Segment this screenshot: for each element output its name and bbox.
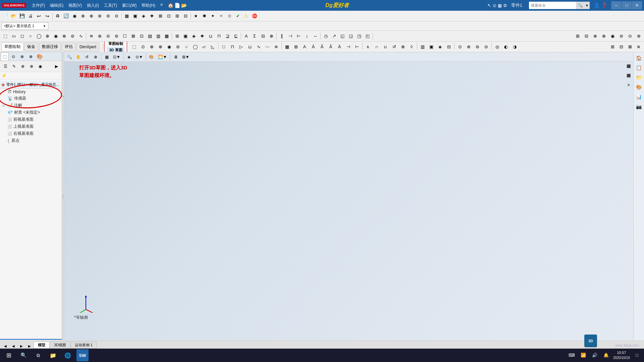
tb1-opt11[interactable]: ⊠: [156, 12, 164, 20]
tb2-view1[interactable]: ⊞: [574, 32, 582, 41]
menu-tools[interactable]: 工具(T): [102, 2, 119, 9]
rs-chart[interactable]: 📊: [635, 93, 643, 101]
sk-tb-28[interactable]: ∩: [373, 43, 381, 51]
tree-item-top-plane[interactable]: ⬜ 上视基准面: [0, 123, 62, 130]
sidebar-icon-3[interactable]: ⊕: [19, 62, 27, 71]
menu-view[interactable]: 视图(V): [66, 2, 84, 9]
tb2-b1[interactable]: ⬚: [1, 32, 9, 41]
tab-motion1[interactable]: 运动算例 1: [70, 342, 97, 349]
vp-tb-12[interactable]: ⊞▼: [180, 53, 191, 61]
mode-icon1[interactable]: ⊙: [493, 3, 496, 8]
sk-tb-25[interactable]: ⊣: [344, 43, 352, 51]
tb2-b25[interactable]: ⊔: [207, 32, 215, 41]
tb2-b22[interactable]: ▣: [181, 32, 190, 41]
sidebar-tab-appearance[interactable]: 🎨: [36, 52, 44, 61]
taskbar-sw-app[interactable]: SW: [76, 349, 89, 361]
tb2-b4[interactable]: ○: [26, 32, 35, 41]
tb2-right8[interactable]: ◱: [338, 32, 346, 41]
network-icon[interactable]: 📶: [579, 351, 588, 360]
tb2-b16[interactable]: ⊠: [129, 32, 137, 41]
vp-tb-2[interactable]: ✋: [74, 53, 82, 61]
tb2-b23[interactable]: ◈: [190, 32, 198, 41]
menu-edit[interactable]: 编辑(E): [48, 2, 66, 9]
search-input[interactable]: [529, 2, 576, 9]
sk-tb-30[interactable]: ↺: [390, 43, 398, 51]
vp-tb-3[interactable]: ↺: [83, 53, 91, 61]
tb1-open[interactable]: 📂: [10, 12, 18, 20]
account-icon[interactable]: 👤: [594, 2, 600, 8]
rs-parts[interactable]: 📋: [635, 63, 643, 72]
sk-tb-15[interactable]: ∿: [255, 43, 263, 51]
tb2-right4[interactable]: ↕: [303, 32, 311, 41]
sk-tb-14[interactable]: ⊔: [246, 43, 254, 51]
sk-tb-37[interactable]: ⊙: [456, 43, 464, 51]
sketch-2d-button[interactable]: 草图绘制: [107, 42, 125, 47]
tb2-b29[interactable]: ⊟: [259, 32, 267, 41]
tb1-rebuild[interactable]: ♻: [54, 12, 62, 20]
menu-help[interactable]: 帮助(H): [139, 2, 158, 9]
mode-icon2[interactable]: ▦: [498, 3, 502, 8]
sidebar-icon-6[interactable]: ▶: [52, 62, 60, 71]
sound-icon[interactable]: 🔊: [590, 351, 599, 360]
toolbar-new-icon[interactable]: 📄: [174, 3, 180, 8]
tb2-view5[interactable]: ◉: [608, 32, 616, 41]
vp-split-1[interactable]: ⬛: [625, 62, 633, 70]
tab-dimxpert[interactable]: DimXpert: [76, 43, 99, 51]
show-desktop-icon[interactable]: □: [633, 351, 641, 360]
tb2-b7[interactable]: ◉: [52, 32, 60, 41]
tb1-opt17[interactable]: ✦: [209, 12, 217, 20]
tb2-b26[interactable]: ⊓: [215, 32, 223, 41]
sk-tb-7[interactable]: ○: [182, 43, 191, 51]
tb1-new[interactable]: 📄: [1, 12, 9, 20]
taskbar-browser[interactable]: 🌐: [62, 349, 74, 361]
tb2-b3[interactable]: ◻: [18, 32, 26, 41]
vp-tb-9[interactable]: 🎨: [148, 53, 156, 61]
tb2-b2[interactable]: ▭: [10, 32, 18, 41]
sk-tb-34[interactable]: ▣: [427, 43, 435, 51]
tb2-b24[interactable]: ❖: [198, 32, 206, 41]
tb2-right2[interactable]: ⊣: [286, 32, 294, 41]
sidebar-icon-5[interactable]: ◉: [36, 62, 44, 71]
view-orient2[interactable]: ⊟: [617, 43, 625, 51]
menu-window[interactable]: 窗口(W): [120, 2, 139, 9]
tb2-view7[interactable]: ⊙: [626, 32, 634, 41]
tb2-text[interactable]: A: [242, 32, 250, 41]
tb2-b8[interactable]: ⊗: [60, 32, 68, 41]
sk-tb-12[interactable]: ⊓: [228, 43, 236, 51]
toolbar-open-icon[interactable]: 📂: [181, 3, 187, 8]
tb2-b28[interactable]: ⊑: [232, 32, 240, 41]
vp-tb-7[interactable]: ◈: [125, 53, 133, 61]
tb2-right1[interactable]: ∥: [278, 32, 286, 41]
search-taskbar-button[interactable]: 🔍: [17, 349, 30, 361]
sk-tb-2[interactable]: ⊙: [139, 43, 147, 51]
tb1-opt14[interactable]: ⊟: [181, 12, 190, 20]
view-orient3[interactable]: ⊠: [626, 43, 634, 51]
sk-tb-6[interactable]: ⊘: [174, 43, 182, 51]
tb2-b18[interactable]: ▤: [146, 32, 154, 41]
sidebar-tab-config[interactable]: ⊕: [18, 52, 26, 61]
tab-scroll-right2[interactable]: ▶: [25, 343, 34, 349]
tree-item-history[interactable]: ⏱ History: [0, 88, 62, 95]
close-sketch-icon[interactable]: ✕: [635, 43, 643, 51]
sidebar-tab-prop[interactable]: ⊙: [9, 52, 17, 61]
sk-tb-9[interactable]: ▱: [200, 43, 208, 51]
sk-tb-21[interactable]: Ā: [309, 43, 317, 51]
start-button[interactable]: ⊞: [3, 349, 15, 361]
tab-datamigrate[interactable]: 数据迁移: [39, 43, 61, 51]
sk-tb-18[interactable]: ▦: [283, 43, 291, 51]
sk-tb-31[interactable]: ⊕: [399, 43, 407, 51]
tb2-b9[interactable]: ⊘: [68, 32, 76, 41]
menu-file[interactable]: 文件(F): [30, 2, 47, 9]
taskbar-explorer[interactable]: 📁: [47, 349, 59, 361]
menu-insert[interactable]: 插入(I): [85, 2, 101, 9]
tb1-mark-done[interactable]: ✔: [234, 12, 242, 20]
tb2-right5[interactable]: ↔: [311, 32, 319, 41]
tb1-opt18[interactable]: ✧: [217, 12, 225, 20]
tree-root-item[interactable]: ◈ 零件1 (默认<<默认>_显示状态...: [0, 81, 62, 88]
tb1-opt3[interactable]: ⊗: [87, 12, 95, 20]
tb1-opt8[interactable]: ▣: [131, 12, 139, 20]
tb2-b15[interactable]: ☐: [121, 32, 129, 41]
minimize-button[interactable]: ─: [611, 1, 621, 9]
rs-folder[interactable]: 📁: [635, 73, 643, 82]
cursor-icon[interactable]: ↖: [487, 3, 491, 8]
